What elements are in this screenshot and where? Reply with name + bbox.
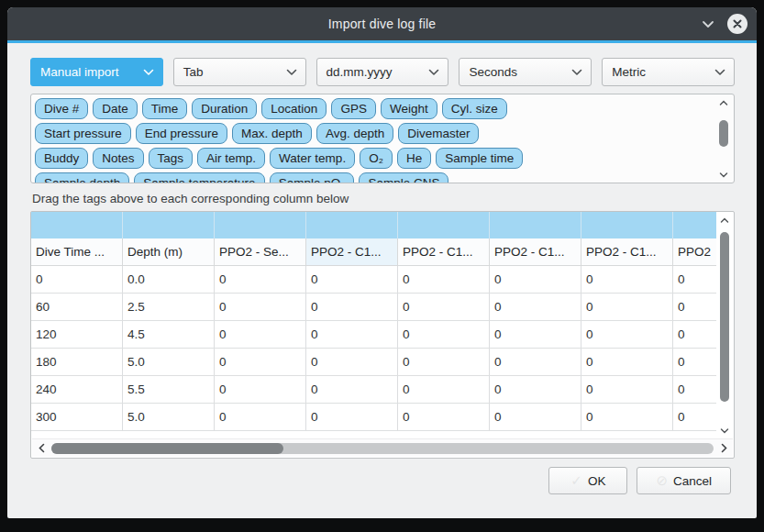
table-cell: 0 bbox=[581, 266, 673, 293]
tag-duration[interactable]: Duration bbox=[192, 98, 257, 119]
table-cell: 60 bbox=[31, 294, 123, 320]
tag-row: BuddyNotesTagsAir temp.Water temp.O₂HeSa… bbox=[35, 148, 712, 169]
table-cell: 0 bbox=[673, 349, 716, 375]
table-cell: 5.5 bbox=[123, 376, 215, 403]
scroll-down-icon[interactable] bbox=[716, 424, 733, 437]
titlebar[interactable]: Import dive log file bbox=[7, 7, 757, 40]
table-cell: 0 bbox=[673, 321, 716, 348]
drop-target-cell[interactable] bbox=[215, 212, 306, 238]
tag-buddy[interactable]: Buddy bbox=[35, 148, 88, 169]
table-cell: 0 bbox=[490, 321, 581, 348]
table-cell: 0 bbox=[31, 266, 123, 293]
column-header: Dive Time ... bbox=[31, 238, 123, 265]
table-header-row: Dive Time ...Depth (m)PPO2 - Se...PPO2 -… bbox=[31, 238, 716, 266]
table-cell: 0 bbox=[398, 349, 490, 375]
drop-target-cell[interactable] bbox=[306, 212, 398, 238]
units-select[interactable]: Metric bbox=[602, 58, 735, 86]
tag-avg-depth[interactable]: Avg. depth bbox=[316, 123, 393, 144]
tag-gps[interactable]: GPS bbox=[331, 98, 376, 119]
tag-end-pressure[interactable]: End pressure bbox=[136, 123, 227, 144]
tag-weight[interactable]: Weight bbox=[381, 98, 437, 119]
drop-target-cell[interactable] bbox=[673, 212, 716, 238]
scroll-thumb[interactable] bbox=[51, 443, 283, 454]
scroll-thumb[interactable] bbox=[719, 120, 728, 147]
ok-button[interactable]: ✓ OK bbox=[548, 467, 627, 494]
table-cell: 4.5 bbox=[123, 321, 215, 348]
tag-divemaster[interactable]: Divemaster bbox=[398, 123, 479, 144]
check-icon: ✓ bbox=[570, 472, 582, 489]
tag-o[interactable]: O₂ bbox=[360, 148, 393, 169]
drop-target-cell[interactable] bbox=[398, 212, 490, 238]
table-cell: 0 bbox=[306, 321, 398, 348]
column-header: PPO2 - Se... bbox=[215, 238, 306, 265]
table-cell: 0 bbox=[581, 349, 673, 375]
cancel-button[interactable]: ⊘ Cancel bbox=[637, 467, 731, 494]
table-cell: 0 bbox=[398, 376, 490, 403]
select-value: Metric bbox=[612, 65, 646, 79]
dropdown-chevron-icon bbox=[571, 69, 582, 76]
column-header: PPO2 bbox=[673, 238, 716, 265]
table-cell: 0 bbox=[215, 266, 306, 293]
drop-target-cell[interactable] bbox=[123, 212, 215, 238]
table-row: 3005.0000000 bbox=[31, 404, 716, 431]
table-cell: 0.0 bbox=[123, 266, 215, 293]
table-cell: 0 bbox=[581, 376, 673, 403]
tag-air-temp[interactable]: Air temp. bbox=[197, 148, 265, 169]
tag-sample-po[interactable]: Sample pO₂ bbox=[270, 172, 355, 183]
date-format-select[interactable]: dd.mm.yyyy bbox=[316, 58, 449, 86]
scroll-thumb[interactable] bbox=[720, 232, 729, 402]
table-cell: 0 bbox=[673, 404, 716, 430]
scroll-up-icon[interactable] bbox=[715, 96, 732, 109]
tag-notes[interactable]: Notes bbox=[93, 148, 143, 169]
drop-target-cell[interactable] bbox=[490, 212, 581, 238]
scroll-track[interactable] bbox=[719, 109, 728, 168]
scroll-down-icon[interactable] bbox=[715, 168, 732, 181]
tag-water-temp[interactable]: Water temp. bbox=[270, 148, 355, 169]
tag-tags[interactable]: Tags bbox=[149, 148, 194, 169]
tag-location[interactable]: Location bbox=[261, 98, 327, 119]
drop-target-cell[interactable] bbox=[581, 212, 673, 238]
duration-format-select[interactable]: Seconds bbox=[459, 58, 592, 86]
table-row: 1204.5000000 bbox=[31, 321, 716, 349]
drop-target-row bbox=[31, 212, 716, 238]
tag-time[interactable]: Time bbox=[142, 98, 188, 119]
scroll-up-icon[interactable] bbox=[716, 214, 733, 227]
table-vscrollbar[interactable] bbox=[716, 214, 733, 437]
scroll-track[interactable] bbox=[51, 443, 714, 454]
select-value: Seconds bbox=[469, 65, 517, 79]
tag-sample-cns[interactable]: Sample CNS bbox=[359, 172, 448, 183]
tag-he[interactable]: He bbox=[397, 148, 431, 169]
select-value: Tab bbox=[183, 65, 204, 79]
cancel-label: Cancel bbox=[673, 474, 712, 488]
select-value: Manual import bbox=[40, 65, 119, 79]
field-separator-select[interactable]: Tab bbox=[173, 58, 306, 86]
table-cell: 0 bbox=[215, 349, 306, 375]
tag-date[interactable]: Date bbox=[93, 98, 138, 119]
tag-cyl-size[interactable]: Cyl. size bbox=[442, 98, 507, 119]
close-button[interactable] bbox=[727, 14, 747, 34]
tags-scrollbar[interactable] bbox=[715, 96, 732, 181]
tag-sample-time[interactable]: Sample time bbox=[436, 148, 523, 169]
tag-max-depth[interactable]: Max. depth bbox=[232, 123, 312, 144]
tag-dive[interactable]: Dive # bbox=[35, 98, 88, 119]
shade-chevron-down-icon[interactable] bbox=[702, 20, 714, 28]
table-cell: 120 bbox=[31, 321, 123, 348]
scroll-track[interactable] bbox=[720, 227, 729, 424]
table-cell: 0 bbox=[306, 349, 398, 375]
table-row: 1805.0000000 bbox=[31, 349, 716, 376]
dropdown-chevron-icon bbox=[143, 69, 154, 76]
drop-target-cell[interactable] bbox=[31, 212, 123, 238]
table-cell: 0 bbox=[581, 294, 673, 320]
table-cell: 0 bbox=[215, 321, 306, 348]
table-body: 00.0000000602.50000001204.50000001805.00… bbox=[31, 266, 716, 431]
import-mode-select[interactable]: Manual import bbox=[30, 58, 163, 86]
tag-sample-temperature[interactable]: Sample temperature bbox=[134, 172, 264, 183]
table-hscrollbar[interactable] bbox=[32, 438, 733, 457]
table-cell: 0 bbox=[306, 294, 398, 320]
scroll-left-icon[interactable] bbox=[36, 443, 47, 453]
tag-start-pressure[interactable]: Start pressure bbox=[35, 123, 131, 144]
column-header: Depth (m) bbox=[123, 238, 215, 265]
tag-sample-depth[interactable]: Sample depth bbox=[35, 172, 129, 183]
scroll-right-icon[interactable] bbox=[718, 443, 729, 453]
table-cell: 0 bbox=[398, 266, 490, 293]
